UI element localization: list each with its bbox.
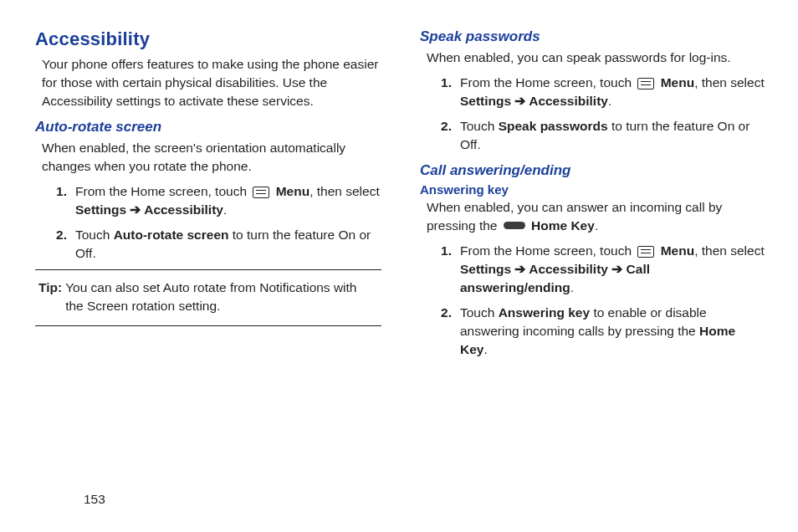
list-item: 2. Touch Auto-rotate screen to turn the …: [42, 226, 381, 263]
step-number: 2.: [427, 117, 460, 154]
accessibility-intro: Your phone offers features to make using…: [35, 55, 381, 110]
page-number: 153: [84, 492, 105, 507]
step-number: 2.: [42, 226, 75, 263]
home-key-icon: [504, 222, 525, 229]
step-text: From the Home screen, touch Menu, then s…: [460, 242, 766, 297]
list-item: 1. From the Home screen, touch Menu, the…: [427, 74, 766, 110]
tip-text: You can also set Auto rotate from Notifi…: [65, 279, 378, 315]
list-item: 2. Touch Speak passwords to turn the fea…: [427, 117, 766, 154]
step-text: Touch Answering key to enable or disable…: [460, 304, 766, 359]
menu-icon: [637, 78, 654, 90]
list-item: 2. Touch Answering key to enable or disa…: [427, 304, 766, 359]
step-number: 2.: [427, 304, 460, 359]
menu-icon: [253, 187, 269, 198]
answering-key-intro: When enabled, you can answer an incoming…: [420, 198, 766, 235]
answering-key-steps: 1. From the Home screen, touch Menu, the…: [420, 242, 766, 359]
tip-box: Tip: You can also set Auto rotate from N…: [35, 269, 381, 326]
heading-auto-rotate: Auto-rotate screen: [35, 119, 381, 136]
step-number: 1.: [42, 182, 75, 219]
step-text: From the Home screen, touch Menu, then s…: [460, 74, 766, 110]
left-column: Accessibility Your phone offers features…: [35, 28, 381, 366]
auto-rotate-steps: 1. From the Home screen, touch Menu, the…: [35, 182, 381, 263]
step-text: From the Home screen, touch Menu, then s…: [75, 182, 381, 219]
step-number: 1.: [427, 242, 460, 297]
list-item: 1. From the Home screen, touch Menu, the…: [427, 242, 766, 297]
list-item: 1. From the Home screen, touch Menu, the…: [42, 182, 381, 219]
step-text: Touch Auto-rotate screen to turn the fea…: [75, 226, 381, 263]
heading-call-answering: Call answering/ending: [420, 162, 766, 179]
heading-accessibility: Accessibility: [35, 28, 381, 50]
tip-label: Tip:: [38, 279, 65, 315]
auto-rotate-intro: When enabled, the screen's orientation a…: [35, 139, 381, 176]
page-body: Accessibility Your phone offers features…: [0, 0, 798, 366]
heading-speak-passwords: Speak passwords: [420, 28, 766, 45]
step-number: 1.: [427, 74, 460, 110]
speak-passwords-steps: 1. From the Home screen, touch Menu, the…: [420, 74, 766, 154]
right-column: Speak passwords When enabled, you can sp…: [420, 28, 766, 366]
speak-passwords-intro: When enabled, you can speak passwords fo…: [420, 49, 766, 67]
step-text: Touch Speak passwords to turn the featur…: [460, 117, 766, 154]
heading-answering-key: Answering key: [420, 182, 766, 197]
menu-icon: [637, 246, 654, 258]
